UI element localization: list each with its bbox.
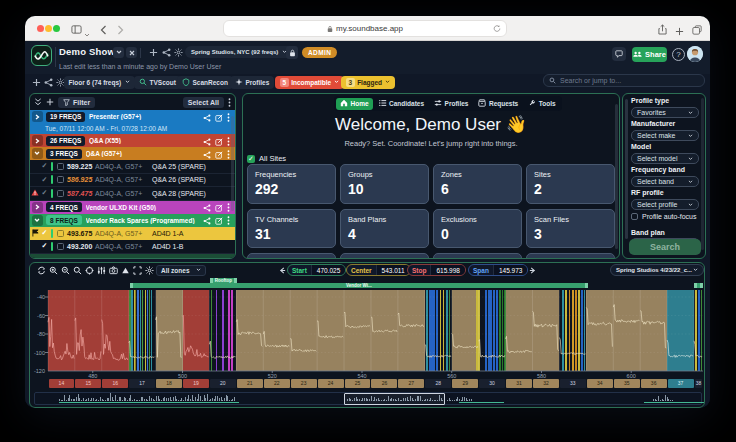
home-icon [340, 99, 348, 108]
frequency-row[interactable]: ✓ 493.675 AD4Q-A, G57+ AD4D 1-A [30, 227, 235, 241]
zoom-window-button[interactable] [53, 25, 60, 32]
close-show-icon[interactable] [126, 47, 137, 58]
chevron-down-icon[interactable] [84, 24, 90, 42]
scrollbar[interactable] [615, 104, 618, 249]
reload-icon[interactable] [493, 24, 501, 35]
tab-candidates[interactable]: Candidates [374, 98, 429, 110]
flagged-count: 3 [346, 78, 355, 87]
freq-group-row[interactable]: 8 FREQS Vendor Rack Spares (Programmed) [30, 214, 235, 227]
stat-card[interactable]: Sites 2 [526, 164, 615, 204]
stat-card[interactable]: Scan Files 3 [526, 209, 615, 249]
scrollbar[interactable] [701, 98, 704, 250]
search-input[interactable]: Search or jump to... [543, 74, 705, 87]
group-chevron-icon[interactable] [32, 135, 43, 146]
flagged-dropdown[interactable]: 3 Flagged [341, 76, 395, 89]
stat-card[interactable]: Zones 6 [433, 164, 522, 204]
soundbase-app: Demo Show Spring Studios, NYC (92 freqs)… [25, 41, 710, 408]
new-tab-icon[interactable] [675, 22, 684, 40]
all-sites-checkbox[interactable]: ✓ All Sites [247, 154, 286, 163]
freq-group-row[interactable]: 3 FREQS Q&A (G57+) [30, 147, 235, 160]
profiles-button[interactable]: Profiles [230, 76, 274, 89]
stat-card[interactable]: Band Plans 4 [340, 209, 429, 249]
back-icon[interactable] [100, 21, 107, 39]
filter-button[interactable]: Filter [58, 97, 95, 108]
scrollbar[interactable] [231, 116, 234, 211]
minimize-window-button[interactable] [45, 25, 52, 32]
lock-icon[interactable] [286, 46, 298, 59]
gear-icon[interactable] [174, 48, 183, 57]
share-nodes-icon[interactable] [162, 48, 171, 57]
share-icon[interactable] [658, 21, 667, 39]
incompatible-dropdown[interactable]: 5 Incompatible [275, 76, 344, 89]
floor-selector[interactable]: Floor 6 (74 freqs) [64, 76, 136, 89]
show-switcher-chevron[interactable] [113, 47, 124, 58]
spectrum-chart[interactable]: Vendor Wi... Rooftop -40-60-80-100-12048… [30, 263, 705, 408]
stat-card[interactable]: Groups 10 [340, 164, 429, 204]
tabs-overview-icon[interactable] [692, 21, 702, 39]
share-nodes-icon[interactable] [203, 108, 211, 126]
frequency-row[interactable]: ✓ 493.200 AD4Q-A, G57+ AD4D 1-B [30, 240, 235, 254]
field-select[interactable]: Select profile [631, 199, 699, 210]
tab-tools[interactable]: Tools [524, 98, 560, 110]
field-label: RF profile [631, 189, 699, 196]
soundbase-logo[interactable] [31, 45, 52, 66]
sidebar-icon[interactable] [71, 21, 82, 39]
frequency-row[interactable]: ✓ 589.225 AD4Q-A, G57+ Q&A 25 (SPARE) [30, 160, 235, 174]
tab-home[interactable]: Home [336, 98, 374, 110]
minimap-window[interactable] [344, 393, 445, 405]
add-group-icon[interactable] [46, 98, 54, 106]
group-chevron-icon[interactable] [32, 215, 43, 226]
profile-search-button[interactable]: Search [629, 239, 701, 255]
row-checkbox[interactable] [57, 243, 64, 250]
stat-card[interactable]: Frequencies 292 [247, 164, 336, 204]
spectrum-minimap[interactable] [34, 392, 702, 406]
scanrecon-button[interactable]: ScanRecon [177, 76, 233, 89]
share-button[interactable]: Share [632, 47, 667, 62]
site-selector[interactable]: Spring Studios, NYC (92 freqs) [185, 46, 293, 58]
field-select[interactable]: Select band [631, 176, 699, 187]
stat-card[interactable]: Exclusions 0 [433, 209, 522, 249]
edit-icon[interactable] [215, 108, 223, 126]
add-icon[interactable] [32, 78, 41, 87]
field-select[interactable]: Favorites [631, 107, 699, 118]
group-freq-count: 26 FREQS [46, 136, 85, 146]
scrollbar[interactable] [625, 99, 628, 239]
field-select[interactable]: Select make [631, 130, 699, 141]
stat-card-value: 2 [534, 181, 607, 197]
group-chevron-icon[interactable] [32, 202, 43, 213]
address-bar[interactable]: my.soundbase.app [223, 20, 507, 37]
row-checkbox[interactable] [57, 230, 64, 237]
tvscout-button[interactable]: TVScout [134, 76, 181, 89]
group-chevron-icon[interactable] [32, 111, 43, 122]
group-chevron-icon[interactable] [32, 148, 43, 159]
collapse-all-icon[interactable] [34, 98, 42, 106]
kebab-icon[interactable] [227, 108, 230, 126]
help-icon[interactable]: ? [672, 48, 685, 61]
stat-card [247, 253, 336, 259]
row-checkbox[interactable] [57, 176, 64, 183]
minimap-band [59, 402, 239, 403]
forward-icon[interactable] [117, 21, 124, 39]
share-nodes-icon[interactable] [44, 78, 53, 87]
stat-card[interactable]: TV Channels 31 [247, 209, 336, 249]
group-list: 19 FREQS Presenter (G57+) Tue, 07/11 12:… [30, 110, 235, 258]
profile-autofocus-checkbox[interactable]: Profile auto-focus [631, 213, 699, 220]
chevron-down-icon [334, 80, 339, 84]
kebab-icon[interactable] [228, 98, 231, 107]
comments-icon[interactable] [612, 47, 626, 61]
close-window-button[interactable] [37, 25, 44, 32]
chevron-down-icon [125, 80, 130, 84]
tab-profiles[interactable]: Profiles [430, 98, 473, 110]
user-avatar[interactable] [687, 46, 703, 62]
flag-icon [30, 229, 40, 238]
channel-name: Q&A 28 (SPARE) [152, 190, 235, 197]
field-label: Profile type [631, 97, 699, 104]
freq-group-row[interactable]: 19 FREQS Presenter (G57+) [30, 110, 235, 123]
row-checkbox[interactable] [57, 190, 64, 197]
field-select[interactable]: Select model [631, 153, 699, 164]
select-all-button[interactable]: Select All [183, 97, 224, 108]
row-checkbox[interactable] [57, 163, 64, 170]
frequency-row[interactable]: ✓ 586.925 AD4Q-A, G57+ Q&A 26 (SPARE) [30, 174, 235, 188]
add-icon[interactable] [149, 48, 158, 57]
tab-requests[interactable]: Requests [474, 98, 523, 110]
